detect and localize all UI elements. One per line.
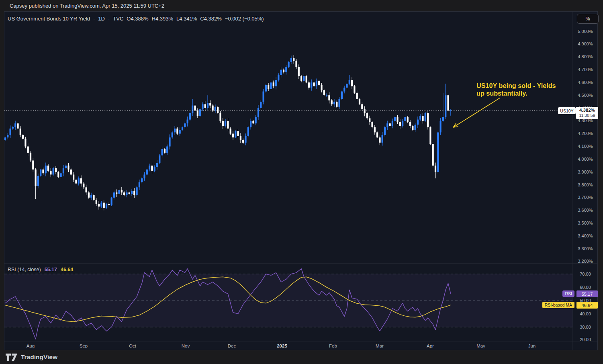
chart-plot-canvas[interactable]: 5.000%4.900%4.800%4.700%4.600%4.500%4.40… — [4, 12, 597, 350]
rsi-axis-value: 55.17 — [576, 290, 598, 297]
rsi-header[interactable]: RSI (14, close) 55.17 46.64 — [8, 266, 73, 273]
ohlc-low: L4.341% — [176, 16, 197, 22]
separator-dot: · — [93, 16, 95, 22]
rsi-ma-header-value: 46.64 — [61, 267, 73, 272]
logo-bar: TradingView — [0, 350, 603, 364]
chart-widget[interactable]: 5.000%4.900%4.800%4.700%4.600%4.500%4.40… — [4, 11, 598, 350]
time-axis[interactable] — [4, 341, 598, 351]
symbol-title[interactable]: US Government Bonds 10 YR Yield — [8, 16, 90, 22]
rsi-header-value: 55.17 — [45, 267, 57, 272]
interval-label[interactable]: 1D — [98, 16, 105, 22]
pane-separator[interactable] — [4, 263, 598, 264]
percent-unit-button[interactable]: % — [577, 14, 599, 24]
ohlc-high: H4.393% — [152, 16, 173, 22]
last-price-symbol-tag: US10Y — [558, 107, 576, 114]
annotation-text: US10Y being sold - Yields up substantial… — [476, 82, 564, 97]
ohlc-close: C4.382% — [200, 16, 221, 22]
tradingview-logo-text[interactable]: TradingView — [21, 354, 57, 361]
annotation-arrow — [453, 98, 500, 127]
publisher-bar: Capsey published on TradingView.com, Apr… — [0, 0, 603, 11]
exchange-label: TVC — [113, 16, 123, 22]
symbol-header[interactable]: US Government Bonds 10 YR Yield · 1D · T… — [8, 15, 264, 22]
candlestick-series[interactable] — [4, 55, 452, 210]
rsi-ma-axis-value: 46.64 — [576, 302, 598, 309]
rsi-ma-badge: RSI-based MA — [542, 302, 574, 308]
rsi-line-badge: RSI — [562, 290, 574, 297]
last-price-axis-box: 4.382% 11:30:59 — [576, 107, 598, 119]
rsi-title[interactable]: RSI (14, close) — [8, 267, 41, 272]
tradingview-logo-icon[interactable] — [6, 354, 18, 361]
bar-countdown: 11:30:59 — [576, 113, 598, 118]
separator-dot: · — [108, 16, 110, 22]
change-value: −0.002 (−0.05%) — [225, 16, 264, 22]
percent-unit-label: % — [586, 16, 590, 22]
publisher-line: Capsey published on TradingView.com, Apr… — [10, 3, 164, 9]
ohlc-open: O4.388% — [127, 16, 148, 22]
last-price-value: 4.382% — [576, 108, 598, 113]
